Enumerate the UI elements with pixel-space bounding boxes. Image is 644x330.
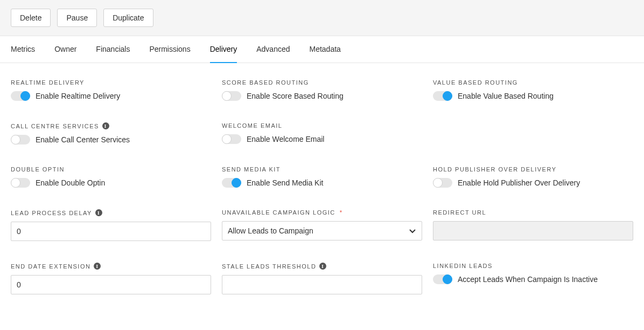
toggle-send-media-kit[interactable] [222,178,241,188]
toggle-call-centre-services[interactable] [11,135,30,145]
label-stale-leads-threshold: STALE LEADS THRESHOLD i [222,263,422,270]
label-hold-publisher-over-delivery: HOLD PUBLISHER OVER DELIVERY [433,166,633,173]
info-icon[interactable]: i [94,263,101,270]
label-double-optin: DOUBLE OPTIN [11,166,211,173]
duplicate-button[interactable]: Duplicate [103,9,153,27]
label-realtime-delivery: REALTIME DELIVERY [11,79,211,86]
select-unavailable-campaign-logic[interactable]: Allow Leads to Campaign [222,221,422,240]
info-icon[interactable]: i [102,122,109,129]
toggle-label-welcome-email: Enable Welcome Email [247,135,324,143]
empty-cell [433,122,633,145]
toggle-hold-publisher-over-delivery[interactable] [433,178,452,188]
pause-button[interactable]: Pause [57,9,97,27]
section-end-date-extension: END DATE EXTENSION i [11,263,211,294]
section-unavailable-campaign-logic: UNAVAILABLE CAMPAIGN LOGIC * Allow Leads… [222,209,422,241]
section-score-based-routing: SCORE BASED ROUTING Enable Score Based R… [222,79,422,101]
toggle-label-hold-publisher-over-delivery: Enable Hold Publisher Over Delivery [458,178,580,187]
section-redirect-url: REDIRECT URL [433,209,633,241]
info-icon[interactable]: i [95,209,102,216]
toggle-label-double-optin: Enable Double Optin [36,178,105,187]
toggle-double-optin[interactable] [11,178,30,188]
toggle-value-based-routing[interactable] [433,91,452,101]
tab-advanced[interactable]: Advanced [256,36,290,63]
toolbar: Delete Pause Duplicate [0,0,644,36]
label-call-centre-services: CALL CENTRE SERVICES i [11,122,211,129]
toggle-score-based-routing[interactable] [222,91,241,101]
section-welcome-email: WELCOME EMAIL Enable Welcome Email [222,122,422,145]
label-value-based-routing: VALUE BASED ROUTING [433,79,633,86]
label-unavailable-campaign-logic: UNAVAILABLE CAMPAIGN LOGIC * [222,209,422,216]
tab-owner[interactable]: Owner [54,36,76,63]
toggle-label-score-based-routing: Enable Score Based Routing [247,92,344,100]
label-text-stale-leads-threshold: STALE LEADS THRESHOLD [222,263,316,270]
section-call-centre-services: CALL CENTRE SERVICES i Enable Call Cente… [11,122,211,145]
input-redirect-url [433,221,633,240]
label-send-media-kit: SEND MEDIA KIT [222,166,422,173]
toggle-welcome-email[interactable] [222,134,241,144]
delete-button[interactable]: Delete [11,9,51,27]
section-linkedin-leads: LINKEDIN LEADS Accept Leads When Campaig… [433,263,633,294]
label-text-lead-process-delay: LEAD PROCESS DELAY [11,210,92,216]
toggle-realtime-delivery[interactable] [11,91,30,101]
input-lead-process-delay[interactable] [11,222,211,241]
tab-metrics[interactable]: Metrics [11,36,35,63]
tab-delivery[interactable]: Delivery [210,36,237,63]
toggle-label-send-media-kit: Enable Send Media Kit [247,178,323,187]
required-asterisk: * [340,209,343,216]
section-double-optin: DOUBLE OPTIN Enable Double Optin [11,166,211,188]
section-hold-publisher-over-delivery: HOLD PUBLISHER OVER DELIVERY Enable Hold… [433,166,633,188]
section-value-based-routing: VALUE BASED ROUTING Enable Value Based R… [433,79,633,101]
toggle-label-value-based-routing: Enable Value Based Routing [458,92,554,100]
label-score-based-routing: SCORE BASED ROUTING [222,79,422,86]
label-redirect-url: REDIRECT URL [433,209,633,216]
info-icon[interactable]: i [319,263,326,270]
label-welcome-email: WELCOME EMAIL [222,122,422,129]
label-text-call-centre-services: CALL CENTRE SERVICES [11,123,99,129]
section-stale-leads-threshold: STALE LEADS THRESHOLD i [222,263,422,294]
section-send-media-kit: SEND MEDIA KIT Enable Send Media Kit [222,166,422,188]
delivery-content: REALTIME DELIVERY Enable Realtime Delive… [0,63,644,311]
label-end-date-extension: END DATE EXTENSION i [11,263,211,270]
label-linkedin-leads: LINKEDIN LEADS [433,263,633,269]
input-end-date-extension[interactable] [11,275,211,294]
toggle-label-linkedin-leads: Accept Leads When Campaign Is Inactive [458,275,598,284]
toggle-label-call-centre-services: Enable Call Center Services [36,135,130,144]
label-text-unavailable-campaign-logic: UNAVAILABLE CAMPAIGN LOGIC [222,209,335,216]
input-stale-leads-threshold[interactable] [222,275,422,294]
toggle-label-realtime-delivery: Enable Realtime Delivery [36,92,120,100]
label-text-end-date-extension: END DATE EXTENSION [11,263,90,270]
toggle-linkedin-leads[interactable] [433,274,452,284]
section-realtime-delivery: REALTIME DELIVERY Enable Realtime Delive… [11,79,211,101]
section-lead-process-delay: LEAD PROCESS DELAY i [11,209,211,241]
label-lead-process-delay: LEAD PROCESS DELAY i [11,209,211,216]
tabs: Metrics Owner Financials Permissions Del… [0,36,644,63]
tab-metadata[interactable]: Metadata [310,36,341,63]
tab-financials[interactable]: Financials [96,36,130,63]
tab-permissions[interactable]: Permissions [149,36,190,63]
